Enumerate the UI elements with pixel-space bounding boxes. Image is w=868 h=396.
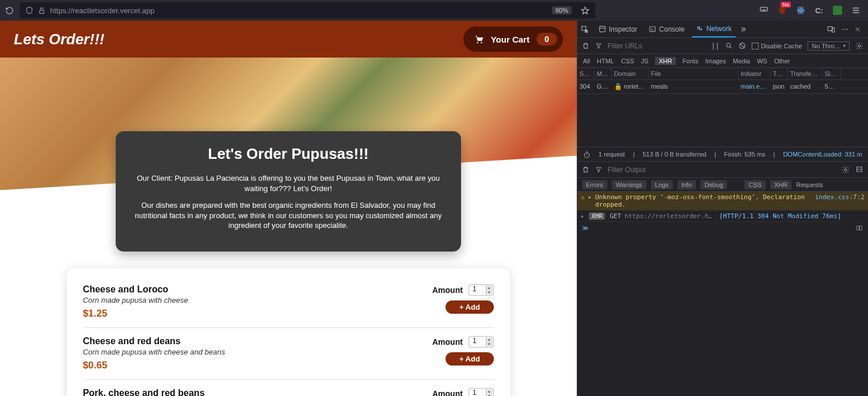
cell-initiator[interactable]: main.ec…: [738, 80, 771, 93]
settings-gear-icon[interactable]: [842, 166, 850, 174]
svg-rect-0: [40, 10, 44, 13]
console-filter-warnings[interactable]: Warnings: [612, 180, 646, 189]
devtools-close-icon[interactable]: [854, 26, 865, 33]
col-type[interactable]: Ty…: [771, 68, 788, 79]
net-filter-ws[interactable]: WS: [757, 58, 767, 64]
amount-input[interactable]: 1▴▾: [469, 284, 494, 296]
amount-label: Amount: [432, 285, 463, 295]
pick-element-icon[interactable]: [581, 25, 591, 33]
quantity-stepper[interactable]: ▴▾: [486, 389, 493, 396]
reload-icon[interactable]: [5, 6, 14, 15]
extension-icon-c[interactable]: C:: [814, 5, 824, 16]
filter-funnel-icon[interactable]: [595, 166, 602, 173]
page-url: https://reactletsorder.vercel.app: [50, 6, 154, 15]
menu-item: Cheese and LorocoCorn made pupusa with c…: [83, 276, 494, 328]
cell-status: 304: [577, 80, 595, 93]
console-filter-xhr[interactable]: XHR: [770, 180, 791, 189]
svg-point-16: [858, 45, 861, 47]
browser-toolbar: https://reactletsorder.vercel.app 80% No…: [0, 0, 868, 21]
net-filter-images[interactable]: Images: [705, 58, 726, 64]
net-filter-js[interactable]: JS: [641, 58, 649, 64]
trash-icon[interactable]: [582, 42, 589, 50]
ublock-icon[interactable]: No: [777, 5, 787, 16]
settings-gear-icon[interactable]: [855, 42, 863, 50]
pause-icon[interactable]: ||: [711, 42, 719, 50]
console-warning-line[interactable]: ⚠ ▸ Unknown property '-moz-osx-font-smoo…: [577, 192, 868, 211]
url-bar[interactable]: https://reactletsorder.vercel.app 80%: [20, 2, 595, 18]
svg-point-18: [844, 169, 847, 171]
tab-console[interactable]: Console: [645, 21, 688, 37]
book-icon[interactable]: [855, 224, 863, 232]
net-filter-xhr[interactable]: XHR: [655, 57, 675, 65]
filter-funnel-icon[interactable]: [595, 43, 602, 50]
quantity-stepper[interactable]: ▴▾: [486, 285, 493, 295]
split-console-icon[interactable]: [855, 166, 863, 174]
search-icon[interactable]: [725, 42, 733, 50]
col-transferred[interactable]: Transfer…: [788, 68, 823, 79]
shield-icon: [25, 6, 33, 14]
tabs-overflow-icon[interactable]: [739, 25, 749, 33]
network-row[interactable]: 304 GET 🔒rorlet… meals main.ec… json cac…: [577, 80, 868, 94]
console-prompt[interactable]: ≫: [577, 222, 868, 234]
col-file[interactable]: File: [649, 68, 738, 79]
svg-point-14: [726, 43, 730, 47]
cell-transferred: cached: [788, 80, 823, 93]
net-filter-html[interactable]: HTML: [597, 58, 614, 64]
net-filter-other[interactable]: Other: [774, 58, 790, 64]
col-status[interactable]: St…: [577, 68, 595, 79]
expand-arrow-icon[interactable]: ▸: [588, 193, 592, 208]
item-name: Cheese and red deans: [83, 336, 225, 346]
tab-network[interactable]: Network: [692, 21, 736, 37]
console-filter-css[interactable]: CSS: [744, 180, 766, 189]
col-method[interactable]: M…: [595, 68, 612, 79]
item-description: Corn made pupusa with cheese: [83, 296, 188, 304]
disable-cache-checkbox[interactable]: Disable Cache: [752, 43, 802, 50]
zoom-badge[interactable]: 80%: [552, 6, 572, 14]
add-button[interactable]: + Add: [446, 352, 494, 365]
info-paragraph-2: Our dishes are prepared with the best or…: [133, 200, 444, 231]
console-filter-requests[interactable]: Requests: [796, 181, 823, 188]
amount-input[interactable]: 1▴▾: [469, 388, 494, 396]
warning-location[interactable]: index.css:7:2: [815, 193, 865, 208]
pocket-icon[interactable]: [759, 5, 769, 16]
react-devtools-icon[interactable]: [795, 5, 806, 16]
console-filter-info[interactable]: Info: [677, 180, 696, 189]
throttle-select[interactable]: No Thro… ▾: [808, 41, 850, 51]
net-filter-fonts[interactable]: Fonts: [683, 58, 699, 64]
console-filter-debug[interactable]: Debug: [701, 180, 727, 189]
responsive-mode-icon[interactable]: [827, 25, 837, 33]
console-xhr-line[interactable]: ▸ XHR GET https://rorletsorder.h… [HTTP/…: [577, 211, 868, 222]
net-filter-media[interactable]: Media: [733, 58, 750, 64]
filter-urls-input[interactable]: [608, 42, 694, 50]
expand-arrow-icon[interactable]: ▸: [581, 212, 585, 220]
bookmark-star-icon[interactable]: [581, 6, 589, 15]
col-initiator[interactable]: Initiator: [738, 68, 771, 79]
console-filter-errors[interactable]: Errors: [582, 180, 607, 189]
tab-inspector[interactable]: Inspector: [595, 21, 641, 37]
page-viewport: Lets Order!!! Your Cart 0 Let's Order Pu…: [0, 21, 577, 396]
amount-label: Amount: [432, 337, 463, 346]
net-filter-all[interactable]: All: [583, 58, 590, 64]
hamburger-menu-icon[interactable]: [851, 5, 861, 16]
info-paragraph-1: Our Client: Pupusas La Paciencia is offe…: [133, 173, 444, 193]
block-icon[interactable]: [738, 42, 746, 50]
filter-output-input[interactable]: [608, 166, 694, 174]
https-lock-icon: 🔒: [614, 83, 622, 90]
browser-extension-icons: No C:: [759, 5, 863, 16]
item-name: Cheese and Loroco: [83, 284, 188, 295]
devtools-menu-icon[interactable]: ⋯: [840, 25, 851, 33]
net-filter-css[interactable]: CSS: [621, 58, 634, 64]
col-size[interactable]: Si…: [823, 68, 841, 79]
menu-card: Cheese and LorocoCorn made pupusa with c…: [67, 268, 510, 396]
console-filter-logs[interactable]: Logs: [651, 180, 673, 189]
menu-item: Pork, cheese and red beansCorn made pupu…: [83, 380, 494, 396]
trash-icon[interactable]: [582, 166, 589, 173]
col-domain[interactable]: Domain: [612, 68, 649, 79]
cart-button[interactable]: Your Cart 0: [463, 26, 563, 52]
stopwatch-icon[interactable]: [583, 151, 591, 158]
extension-icon-green[interactable]: [832, 5, 843, 16]
add-button[interactable]: + Add: [446, 300, 494, 314]
svg-point-5: [800, 10, 801, 11]
quantity-stepper[interactable]: ▴▾: [486, 337, 493, 346]
amount-input[interactable]: 1▴▾: [469, 336, 494, 348]
